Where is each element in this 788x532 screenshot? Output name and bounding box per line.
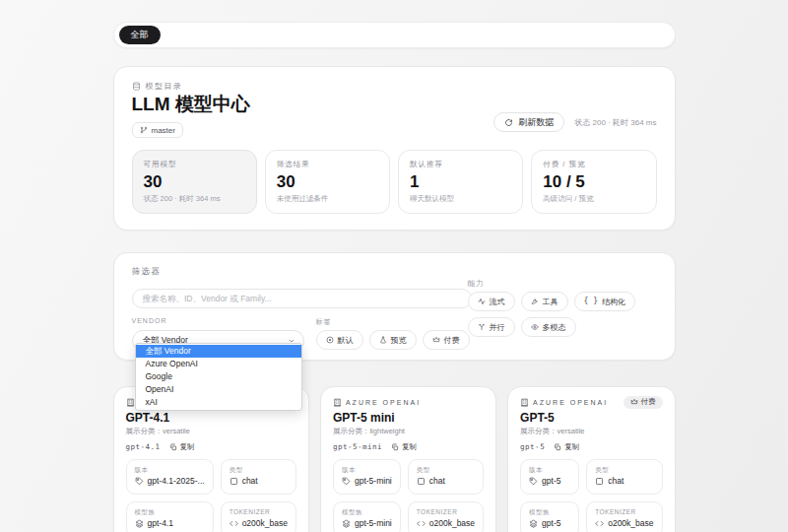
git-branch-icon	[140, 126, 148, 134]
cap-label: 并行	[490, 322, 505, 333]
catalog-eyebrow: 模型目录	[132, 81, 657, 91]
code-icon	[595, 519, 604, 528]
field-family: 模型族 gpt-5-mini	[333, 501, 401, 532]
field-label: 类型	[417, 466, 475, 473]
stat-value: 30	[144, 172, 245, 192]
copy-button[interactable]: 复制	[391, 442, 417, 452]
top-filter-bar: 全部	[113, 22, 676, 48]
field-label: 版本	[135, 466, 205, 473]
tag-icon	[529, 477, 538, 486]
model-field-grid: 版本 gpt-4.1-2025-... 类型 chat 模型族 gpt-4.1 …	[126, 459, 296, 532]
vendor-option-google[interactable]: Google	[136, 370, 301, 383]
vendor-option-azure-openai[interactable]: Azure OpenAI	[136, 358, 301, 370]
stat-value: 30	[277, 172, 378, 192]
cap-tools-pill[interactable]: 工具	[521, 292, 568, 311]
refresh-button[interactable]: 刷新数据	[493, 112, 564, 132]
code-icon	[230, 519, 238, 528]
model-category: 展示分类：versatile	[126, 427, 296, 435]
stat-label: 默认推荐	[410, 160, 511, 169]
status-text: 状态 200 · 耗时 364 ms	[574, 117, 656, 128]
vendor-option-xai[interactable]: xAI	[136, 396, 301, 409]
refresh-icon	[504, 118, 513, 127]
field-label: 模型族	[342, 508, 392, 515]
stat-label: 可用模型	[144, 160, 245, 169]
layers-icon	[529, 519, 538, 528]
header-actions: 刷新数据 状态 200 · 耗时 364 ms	[493, 112, 656, 132]
tag-preview-pill[interactable]: 预览	[369, 330, 417, 350]
model-id-row: gpt-5 复制	[520, 441, 662, 452]
branch-label: master	[152, 126, 175, 135]
layers-icon	[342, 519, 351, 528]
building-icon	[520, 398, 529, 407]
stat-value: 10 / 5	[543, 172, 644, 192]
copy-button[interactable]: 复制	[169, 442, 195, 452]
field-value: chat	[608, 476, 624, 487]
model-card-gpt-5-mini: AZURE OPENAI GPT-5 mini 展示分类：lightweight…	[320, 386, 496, 532]
cap-label: 流式	[490, 297, 505, 307]
copy-icon	[169, 443, 177, 451]
field-value: o200k_base	[608, 518, 653, 529]
cap-label: 多模态	[543, 322, 566, 333]
cap-structured-pill[interactable]: { } 结构化	[574, 292, 635, 311]
stat-default-recommend: 默认推荐 1 聊天默认模型	[398, 150, 523, 214]
vendor-dropdown-menu: 全部 Vendor Azure OpenAI Google OpenAI xAI	[135, 343, 302, 411]
paid-badge-label: 付费	[641, 397, 656, 407]
model-name: GPT-5 mini	[333, 412, 484, 425]
field-value: gpt-5-mini	[355, 518, 392, 529]
model-vendor-row: AZURE OPENAI 付费	[520, 397, 662, 407]
field-value: gpt-4.1-2025-...	[148, 476, 205, 487]
fork-icon	[478, 323, 486, 331]
field-value: gpt-5-mini	[355, 476, 392, 487]
model-card-gpt-5: AZURE OPENAI 付费 GPT-5 展示分类：versatile gpt…	[507, 386, 675, 532]
model-vendor-label: AZURE OPENAI	[346, 399, 421, 406]
field-value: o200k_base	[242, 518, 288, 529]
field-label: 版本	[529, 466, 570, 473]
copy-label: 复制	[402, 442, 417, 452]
model-id: gpt-5-mini	[333, 442, 382, 451]
search-input[interactable]	[132, 289, 472, 308]
model-field-grid: 版本 gpt-5-mini 类型 chat 模型族 gpt-5-mini TOK…	[333, 459, 484, 532]
model-id-row: gpt-5-mini 复制	[333, 441, 484, 452]
vendor-option-all[interactable]: 全部 Vendor	[136, 345, 301, 358]
copy-button[interactable]: 复制	[554, 442, 579, 452]
stat-label: 付费 / 预览	[543, 160, 644, 169]
cap-parallel-pill[interactable]: 并行	[468, 317, 515, 337]
tag-paid-pill[interactable]: 付费	[423, 330, 470, 350]
field-version: 版本 gpt-4.1-2025-...	[126, 459, 214, 495]
model-vendor: AZURE OPENAI	[520, 398, 608, 407]
tag-default-pill[interactable]: 默认	[316, 330, 363, 350]
stat-label: 筛选结果	[277, 160, 378, 169]
square-icon	[595, 477, 604, 486]
model-category: 展示分类：lightweight	[333, 427, 484, 435]
cap-multimodal-pill[interactable]: 多模态	[521, 317, 576, 337]
model-name: GPT-4.1	[126, 412, 296, 425]
cap-streaming-pill[interactable]: 流式	[468, 292, 515, 311]
filter-all-pill[interactable]: 全部	[119, 26, 161, 44]
field-label: TOKENIZER	[417, 508, 475, 515]
field-label: 版本	[342, 466, 392, 473]
field-label: 类型	[595, 466, 653, 473]
tags-group: 标签 默认 预览	[316, 317, 470, 352]
tags-label: 标签	[316, 317, 470, 325]
page: 全部 模型目录 LLM 模型中心 master 刷新数据 状态 200 · 耗时…	[113, 0, 676, 532]
stat-paid-preview: 付费 / 预览 10 / 5 高级访问 / 预览	[531, 150, 656, 214]
stat-sub: 未使用过滤条件	[277, 194, 378, 204]
square-icon	[417, 477, 426, 486]
field-label: TOKENIZER	[595, 508, 653, 515]
stat-available-models: 可用模型 30 状态 200 · 耗时 364 ms	[132, 150, 257, 214]
tag-icon	[342, 477, 351, 486]
model-vendor-label: AZURE OPENAI	[533, 399, 608, 406]
stat-sub: 高级访问 / 预览	[543, 194, 644, 204]
cap-label: 结构化	[602, 297, 625, 307]
field-value: o200k_base	[429, 518, 475, 529]
vendor-option-openai[interactable]: OpenAI	[136, 383, 301, 396]
tag-label: 付费	[444, 335, 460, 346]
field-label: 模型族	[135, 508, 205, 515]
tag-pills: 默认 预览 付费	[316, 330, 470, 350]
activity-icon	[478, 298, 486, 305]
model-id-row: gpt-4.1 复制	[126, 441, 296, 452]
field-value: chat	[242, 476, 258, 487]
field-version: 版本 gpt-5-mini	[333, 459, 401, 495]
capabilities-label: 能力	[468, 279, 663, 287]
tag-label: 默认	[338, 335, 354, 346]
